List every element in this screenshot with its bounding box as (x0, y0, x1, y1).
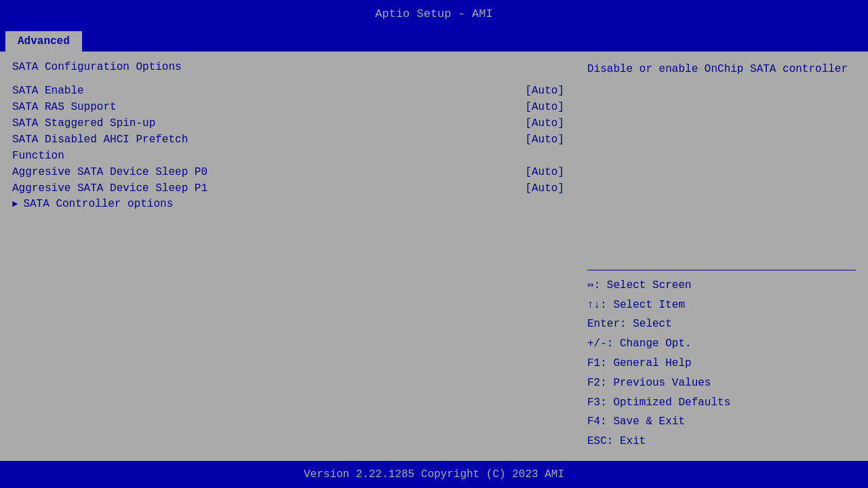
item-value: [Auto] (525, 117, 564, 129)
list-item-submenu[interactable]: ► SATA Controller options (12, 198, 564, 210)
title-text: Aptio Setup - AMI (375, 7, 492, 20)
key-legend: ⇔: Select Screen ↑↓: Select Item Enter: … (587, 276, 856, 451)
item-label: Aggresive SATA Device Sleep P1 (12, 182, 208, 195)
tab-bar: Advanced (0, 27, 868, 52)
item-label: SATA Disabled AHCI Prefetch (12, 134, 188, 146)
title-bar: Aptio Setup - AMI (0, 0, 868, 27)
key-item: ESC: Exit (587, 432, 856, 451)
main-content: SATA Configuration Options SATA Enable [… (0, 52, 868, 461)
item-label: SATA Controller options (23, 198, 173, 210)
item-label: Aggresive SATA Device Sleep P0 (12, 166, 208, 178)
key-item: F1: General Help (587, 354, 856, 373)
item-value: [Auto] (525, 182, 564, 195)
list-item[interactable]: Aggresive SATA Device Sleep P0 [Auto] (12, 165, 564, 179)
list-item-continuation: Function (12, 149, 564, 163)
key-item: F4: Save & Exit (587, 412, 856, 432)
item-label: SATA Staggered Spin-up (12, 117, 155, 129)
right-panel: Disable or enable OnChip SATA controller… (576, 53, 867, 460)
left-panel: SATA Configuration Options SATA Enable [… (1, 53, 576, 460)
footer: Version 2.22.1285 Copyright (C) 2023 AMI (0, 461, 868, 488)
item-label-cont: Function (12, 150, 64, 162)
item-label: SATA Enable (12, 85, 84, 97)
item-value: [Auto] (525, 166, 564, 178)
key-item: F2: Previous Values (587, 373, 856, 393)
list-item[interactable]: SATA Enable [Auto] (12, 84, 564, 98)
footer-text: Version 2.22.1285 Copyright (C) 2023 AMI (304, 468, 564, 481)
list-item[interactable]: SATA Staggered Spin-up [Auto] (12, 117, 564, 130)
key-item: F3: Optimized Defaults (587, 393, 856, 413)
list-item[interactable]: SATA RAS Support [Auto] (12, 100, 564, 114)
item-value: [Auto] (525, 134, 564, 146)
item-value: [Auto] (525, 85, 564, 97)
key-item: ⇔: Select Screen (587, 276, 856, 296)
key-item: Enter: Select (587, 314, 856, 334)
key-item: +/-: Change Opt. (587, 334, 856, 354)
tab-advanced[interactable]: Advanced (5, 31, 82, 52)
section-title: SATA Configuration Options (12, 61, 564, 73)
list-item[interactable]: SATA Disabled AHCI Prefetch [Auto] (12, 133, 564, 146)
item-label: SATA RAS Support (12, 101, 117, 113)
list-item[interactable]: Aggresive SATA Device Sleep P1 [Auto] (12, 182, 564, 195)
item-value: [Auto] (525, 101, 564, 113)
key-item: ↑↓: Select Item (587, 296, 856, 315)
help-text: Disable or enable OnChip SATA controller (587, 61, 856, 264)
arrow-icon: ► (12, 199, 18, 209)
divider (587, 270, 856, 270)
